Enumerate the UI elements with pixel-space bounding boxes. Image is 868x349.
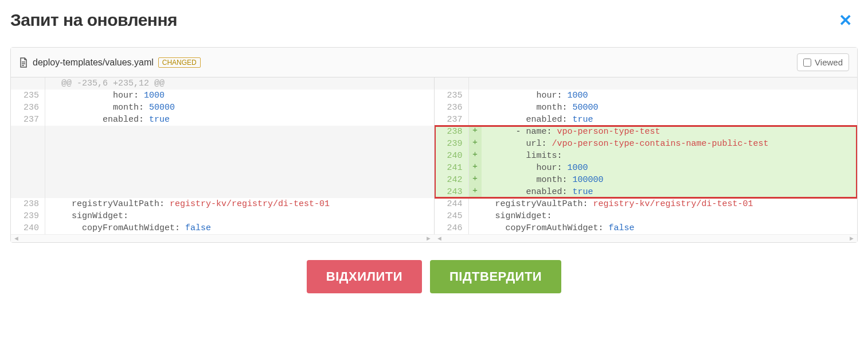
- added-block-highlight: 238+ - name: vpo-person-type-test239+ ur…: [435, 126, 858, 198]
- diff-line: 245 signWidget:: [435, 210, 858, 222]
- diff-line: [11, 138, 434, 150]
- diff-line: [435, 77, 858, 90]
- diff-line: [11, 186, 434, 198]
- diff-line: 239+ url: /vpo-person-type-contains-name…: [435, 138, 858, 150]
- diff-line: 239 signWidget:: [11, 210, 434, 222]
- approve-button[interactable]: ПІДТВЕРДИТИ: [430, 260, 561, 293]
- diff-line: [11, 174, 434, 186]
- diff-line: [11, 162, 434, 174]
- diff-pane-left: @@ -235,6 +235,12 @@235 hour: 1000236 mo…: [11, 77, 435, 234]
- viewed-toggle[interactable]: Viewed: [797, 53, 849, 71]
- diff-line: 238+ - name: vpo-person-type-test: [435, 126, 858, 138]
- changed-badge: CHANGED: [158, 57, 201, 68]
- diff-line: 235 hour: 1000: [435, 90, 858, 102]
- diff-line: [11, 150, 434, 162]
- diff-line: 236 month: 50000: [435, 102, 858, 114]
- file-icon: [19, 57, 28, 68]
- diff-line: 238 registryVaultPath: registry-kv/regis…: [11, 198, 434, 210]
- viewed-label: Viewed: [815, 57, 843, 67]
- diff-line: 240+ limits:: [435, 150, 858, 162]
- diff-line: @@ -235,6 +235,12 @@: [11, 77, 434, 90]
- diff-line: 244 registryVaultPath: registry-kv/regis…: [435, 198, 858, 210]
- diff-line: 235 hour: 1000: [11, 90, 434, 102]
- file-path: deploy-templates/values.yaml: [33, 57, 154, 68]
- diff-line: 237 enabled: true: [435, 114, 858, 126]
- diff-line: 236 month: 50000: [11, 102, 434, 114]
- diff-file-box: deploy-templates/values.yaml CHANGED Vie…: [10, 47, 858, 243]
- horizontal-scrollbar[interactable]: [11, 234, 857, 242]
- file-header: deploy-templates/values.yaml CHANGED Vie…: [11, 48, 857, 77]
- diff-line: 240 copyFromAuthWidget: false: [11, 222, 434, 234]
- diff-line: 237 enabled: true: [11, 114, 434, 126]
- diff-line: 243+ enabled: true: [435, 186, 858, 198]
- diff-pane-right: 235 hour: 1000236 month: 50000237 enable…: [435, 77, 858, 234]
- close-icon[interactable]: ✕: [833, 11, 858, 30]
- viewed-checkbox[interactable]: [803, 59, 811, 67]
- reject-button[interactable]: ВІДХИЛИТИ: [307, 260, 422, 293]
- modal-title: Запит на оновлення: [10, 10, 177, 30]
- diff-line: 241+ hour: 1000: [435, 162, 858, 174]
- diff-line: 246 copyFromAuthWidget: false: [435, 222, 858, 234]
- diff-line: [11, 126, 434, 138]
- diff-line: 242+ month: 100000: [435, 174, 858, 186]
